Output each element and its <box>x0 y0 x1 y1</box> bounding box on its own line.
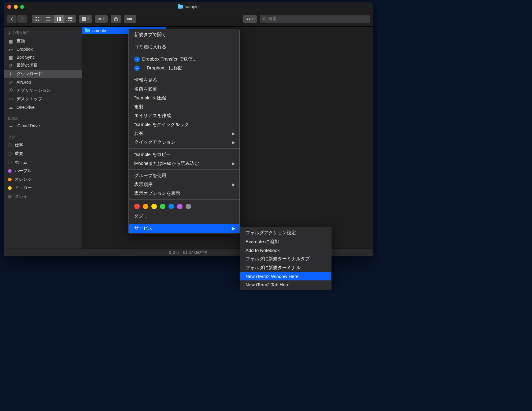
tag-color-blue[interactable] <box>168 204 174 209</box>
services-new-terminal[interactable]: フォルダに新規ターミナル <box>240 263 331 272</box>
minimize-window-button[interactable] <box>14 5 18 9</box>
svg-rect-8 <box>59 17 60 21</box>
menu-sort-by[interactable]: 表示順序▶ <box>129 180 239 189</box>
dropbox-toolbar-button[interactable]: ⬧⬧▾ <box>243 15 257 23</box>
menu-separator <box>129 148 239 149</box>
services-folder-actions[interactable]: フォルダアクション設定... <box>240 228 331 237</box>
menu-separator <box>129 74 239 74</box>
services-iterm2-tab[interactable]: New iTerm2 Tab Here <box>240 280 331 289</box>
view-gallery-button[interactable] <box>65 15 76 23</box>
svg-rect-19 <box>127 18 132 20</box>
search-field[interactable]: 検索 <box>260 15 370 23</box>
sidebar-tag-work[interactable]: 仕事 <box>4 141 82 150</box>
sidebar-item-label: デスクトップ <box>17 96 42 102</box>
sidebar-item-box-sync[interactable]: ▆Box Sync <box>4 53 82 61</box>
sidebar-item-label: 仕事 <box>15 143 23 148</box>
menu-tags[interactable]: タグ... <box>129 212 239 220</box>
sidebar-item-onedrive[interactable]: ☁OneDrive <box>4 103 82 111</box>
menu-make-alias[interactable]: エイリアスを作成 <box>129 111 239 120</box>
close-window-button[interactable] <box>7 5 11 9</box>
menu-item-label: iPhoneまたはiPadから読み込む <box>134 161 199 166</box>
tag-dot-icon <box>8 143 12 147</box>
menu-copy[interactable]: "sample"をコピー <box>129 150 239 159</box>
sidebar-item-label: アプリケーション <box>17 88 51 93</box>
chevron-right-icon: ▶ <box>232 140 235 145</box>
services-add-to-notebook[interactable]: Add to Notebook <box>240 246 331 254</box>
sidebar-item-desktop[interactable]: ▭デスクトップ <box>4 95 82 103</box>
folder-icon: ▆ <box>8 39 13 43</box>
view-columns-button[interactable] <box>54 15 65 23</box>
sidebar-section-tags: タグ <box>4 133 82 141</box>
menu-item-label: サービス <box>134 225 153 231</box>
sidebar-item-icloud-drive[interactable]: ☁iCloud Drive <box>4 122 82 130</box>
action-button[interactable]: ✲▾ <box>95 15 108 23</box>
sidebar-item-downloads[interactable]: ⬇ダウンロード <box>4 70 82 78</box>
share-button[interactable] <box>111 15 121 23</box>
chevron-down-icon: ▾ <box>87 17 89 20</box>
menu-duplicate[interactable]: 複製 <box>129 102 239 111</box>
titlebar: sample <box>4 2 373 11</box>
services-submenu: フォルダアクション設定... Evernote に追加 Add to Noteb… <box>240 227 331 290</box>
menu-use-groups[interactable]: グループを使用 <box>129 171 239 180</box>
menu-move-to-trash[interactable]: ゴミ箱に入れる <box>129 43 239 51</box>
forward-button[interactable] <box>17 15 27 23</box>
sidebar-tag-yellow[interactable]: イエロー <box>4 184 82 192</box>
sidebar-item-label: OneDrive <box>17 105 35 110</box>
svg-rect-10 <box>68 17 72 19</box>
svg-rect-9 <box>60 17 61 21</box>
chevron-right-icon: ▶ <box>232 131 235 136</box>
menu-item-label: 表示オプションを表示 <box>134 191 180 196</box>
menu-item-label: フォルダに新規ターミナルタブ <box>246 256 310 262</box>
services-iterm2-window[interactable]: New iTerm2 Window Here <box>240 272 331 280</box>
menu-quick-look[interactable]: "sample"をクイックルック <box>129 120 239 129</box>
tag-color-yellow[interactable] <box>151 204 157 209</box>
tag-dot-icon <box>8 195 12 198</box>
menu-services[interactable]: サービス▶ <box>129 224 239 233</box>
svg-rect-12 <box>70 20 71 21</box>
menu-item-label: "sample"をコピー <box>134 152 171 157</box>
menu-share[interactable]: 共有▶ <box>129 129 239 138</box>
group-by-button[interactable]: ▾ <box>79 15 92 23</box>
sidebar-item-applications[interactable]: Ⓐアプリケーション <box>4 86 82 95</box>
sidebar-tag-gray[interactable]: グレイ <box>4 192 82 201</box>
menu-dropbox-move[interactable]: ⬧「Dropbox」に移動 <box>129 64 239 72</box>
tag-color-red[interactable] <box>134 204 140 209</box>
back-button[interactable] <box>7 15 17 23</box>
context-menu: 新規タブで開く ゴミ箱に入れる ⬧Dropbox Transfer で送信...… <box>128 29 240 234</box>
sidebar-item-dropbox[interactable]: ⬧⬧Dropbox <box>4 45 82 53</box>
menu-show-view-options[interactable]: 表示オプションを表示 <box>129 189 239 198</box>
tag-color-green[interactable] <box>160 204 165 209</box>
tag-dot-icon <box>8 152 12 156</box>
sidebar-item-airdrop[interactable]: ◎AirDrop <box>4 78 82 86</box>
tag-color-purple[interactable] <box>177 204 183 209</box>
menu-get-info[interactable]: 情報を見る <box>129 76 239 85</box>
menu-compress[interactable]: "sample"を圧縮 <box>129 94 239 102</box>
sidebar-item-label: ホーム <box>15 160 28 165</box>
folder-icon: ▆ <box>8 55 13 59</box>
view-list-button[interactable] <box>43 15 54 23</box>
chevron-right-icon: ▶ <box>232 183 235 187</box>
tag-color-orange[interactable] <box>143 204 148 209</box>
sidebar-tag-purple[interactable]: パープル <box>4 167 82 175</box>
sidebar-item-label: イエロー <box>15 185 32 191</box>
sidebar-tag-important[interactable]: 重要 <box>4 150 82 158</box>
tag-color-gray[interactable] <box>186 204 191 209</box>
sidebar-item-recents[interactable]: ◔最近の項目 <box>4 61 82 70</box>
view-icons-button[interactable] <box>32 15 43 23</box>
services-evernote-add[interactable]: Evernote に追加 <box>240 237 331 246</box>
menu-dropbox-transfer[interactable]: ⬧Dropbox Transfer で送信... <box>129 55 239 64</box>
tag-dot-icon <box>8 178 12 181</box>
sidebar-item-documents[interactable]: ▆書類 <box>4 37 82 45</box>
menu-item-label: 「Dropbox」に移動 <box>142 65 183 71</box>
zoom-window-button[interactable] <box>20 5 24 9</box>
menu-rename[interactable]: 名前を変更 <box>129 85 239 94</box>
tags-button[interactable] <box>124 15 136 23</box>
menu-import-from-device[interactable]: iPhoneまたはiPadから読み込む▶ <box>129 159 239 168</box>
svg-point-20 <box>128 18 129 19</box>
sidebar-tag-home[interactable]: ホーム <box>4 158 82 167</box>
menu-item-label: New iTerm2 Window Here <box>246 274 298 279</box>
menu-open-new-tab[interactable]: 新規タブで開く <box>129 30 239 39</box>
menu-quick-actions[interactable]: クイックアクション▶ <box>129 138 239 147</box>
sidebar-tag-orange[interactable]: オレンジ <box>4 175 82 184</box>
services-new-terminal-tab[interactable]: フォルダに新規ターミナルタブ <box>240 254 331 263</box>
